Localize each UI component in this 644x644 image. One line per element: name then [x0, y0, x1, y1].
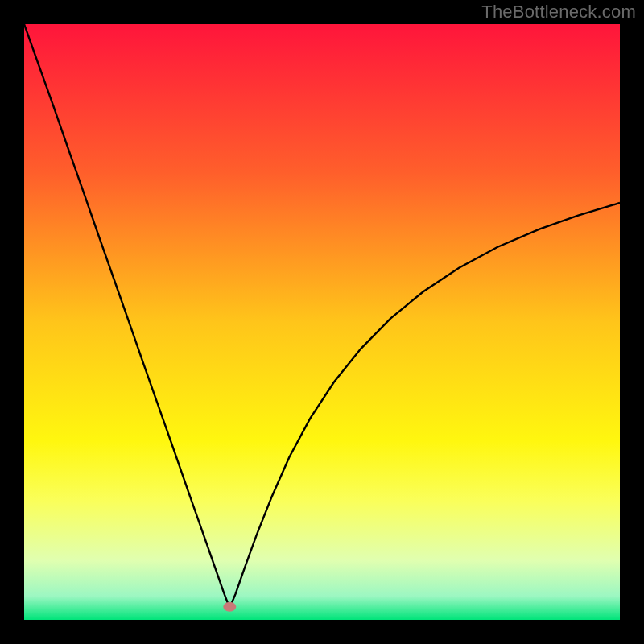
chart-svg: [24, 24, 620, 620]
watermark-text: TheBottleneck.com: [481, 2, 636, 23]
gradient-background: [24, 24, 620, 620]
plot-area: [24, 24, 620, 620]
marker-dot: [223, 602, 236, 612]
chart-frame: TheBottleneck.com: [0, 0, 644, 644]
